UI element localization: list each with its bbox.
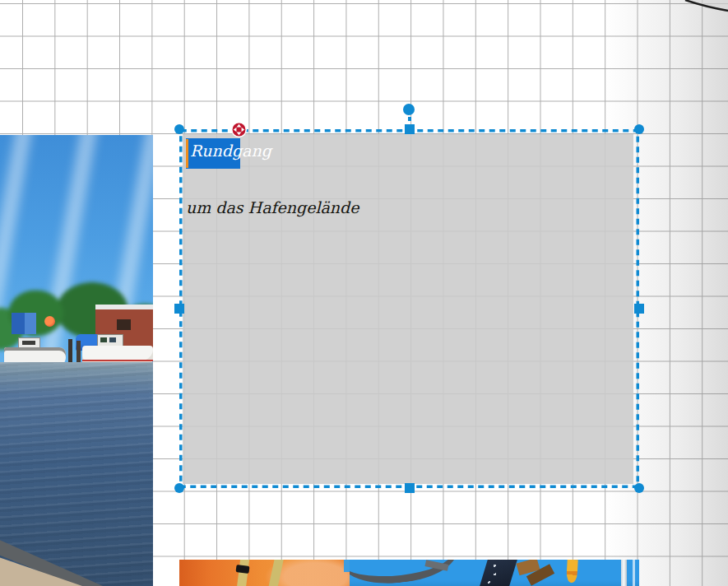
rigging-mast — [479, 560, 518, 586]
life-vest-clip — [236, 565, 250, 574]
resize-handle-bottom-left[interactable] — [174, 483, 184, 493]
resize-handle-middle-right[interactable] — [634, 304, 644, 314]
life-vest-strap — [268, 560, 284, 586]
text-selection-highlight: Rundgang — [186, 138, 240, 169]
yellow-flag — [566, 560, 577, 583]
harbor-buoy — [44, 316, 55, 327]
resize-handle-middle-left[interactable] — [174, 304, 184, 314]
text-caret — [186, 139, 188, 168]
life-vest-photo[interactable] — [179, 560, 350, 586]
resize-handle-top-middle[interactable] — [405, 124, 415, 134]
harbor-photo[interactable] — [0, 135, 153, 586]
rigging-photo[interactable] — [350, 560, 639, 586]
resize-handle-top-left[interactable] — [174, 124, 184, 134]
text-line-1[interactable]: Rundgang — [190, 142, 271, 160]
move-button[interactable] — [230, 121, 248, 138]
photobook-page-canvas: Rundgang um das Hafengelände — [0, 0, 728, 586]
text-line-2[interactable]: um das Hafengelände — [186, 198, 359, 216]
resize-handle-top-right[interactable] — [634, 124, 644, 134]
selected-text-frame[interactable]: Rundgang um das Hafengelände — [179, 129, 639, 488]
sky-sliver — [344, 560, 350, 572]
text-frame-fill — [183, 134, 633, 484]
white-pole — [621, 560, 627, 586]
resize-handle-bottom-right[interactable] — [634, 483, 644, 493]
harbor-blue-containers — [12, 313, 36, 334]
white-pole — [633, 560, 635, 586]
rotate-handle-icon[interactable] — [403, 104, 415, 115]
resize-handle-bottom-middle[interactable] — [405, 483, 415, 493]
move-icon — [230, 121, 248, 138]
